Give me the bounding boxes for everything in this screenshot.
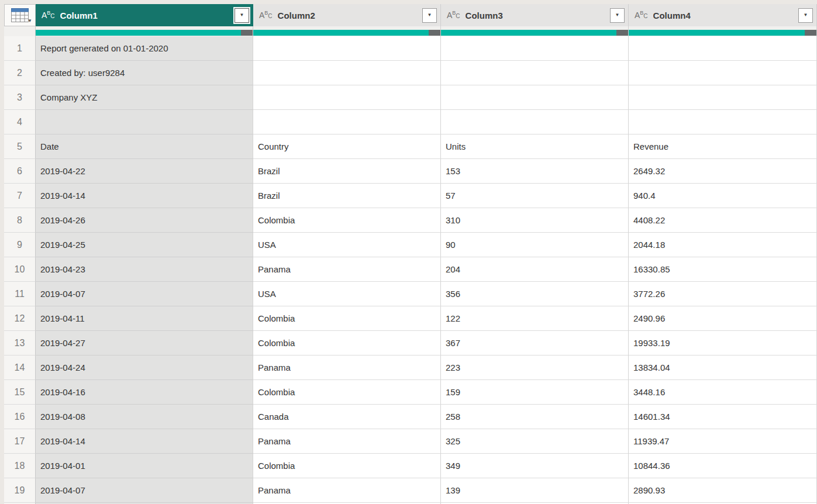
cell-column4[interactable]: 19933.19 [629, 331, 817, 355]
cell-column1[interactable]: 2019-04-26 [36, 208, 253, 233]
cell-column2[interactable]: Panama [253, 257, 441, 282]
cell-column3[interactable]: 57 [441, 184, 629, 208]
cell-column4[interactable]: 940.4 [629, 184, 817, 208]
cell-column4[interactable]: 3448.16 [629, 380, 817, 405]
cell-column2[interactable]: Brazil [253, 159, 441, 184]
cell-column1[interactable]: 2019-04-23 [36, 257, 253, 282]
cell-column1[interactable]: Date [36, 134, 253, 159]
cell-column1[interactable]: 2019-04-14 [36, 184, 253, 208]
column-header-column3[interactable]: ABC Column3 ▼ [441, 4, 629, 26]
cell-column1[interactable]: 2019-04-11 [36, 306, 253, 331]
cell-column3[interactable] [441, 36, 629, 61]
cell-column3[interactable]: 223 [441, 355, 629, 380]
row-number: 5 [4, 134, 36, 159]
cell-column3[interactable]: 310 [441, 208, 629, 233]
cell-column2[interactable]: Panama [253, 355, 441, 380]
cell-column4[interactable] [629, 85, 817, 110]
column-header-column1[interactable]: ABC Column1 ▼ [36, 4, 253, 26]
cell-column3[interactable] [441, 85, 629, 110]
cell-column1[interactable]: 2019-04-01 [36, 454, 253, 478]
row-number: 14 [4, 355, 36, 380]
row-number: 3 [4, 85, 36, 110]
cell-column1[interactable]: Report generated on 01-01-2020 [36, 36, 253, 61]
row-number: 18 [4, 454, 36, 478]
cell-column4[interactable]: Revenue [629, 134, 817, 159]
cell-column1[interactable]: 2019-04-07 [36, 282, 253, 306]
cell-column2[interactable]: Colombia [253, 208, 441, 233]
cell-column4[interactable] [629, 110, 817, 134]
header-row: ▼ ABC Column1 ▼ ABC Column2 ▼ ABC Column… [4, 4, 817, 26]
text-type-icon: ABC [259, 11, 273, 19]
cell-column2[interactable]: Brazil [253, 184, 441, 208]
filter-dropdown-icon: ▼ [428, 13, 432, 18]
cell-column3[interactable]: 325 [441, 429, 629, 454]
cell-column4[interactable]: 2649.32 [629, 159, 817, 184]
cell-column2[interactable]: Colombia [253, 306, 441, 331]
cell-column1[interactable]: 2019-04-27 [36, 331, 253, 355]
cell-column4[interactable]: 2044.18 [629, 233, 817, 257]
cell-column1[interactable]: 2019-04-24 [36, 355, 253, 380]
quality-valid-segment [253, 30, 440, 36]
cell-column2[interactable]: Panama [253, 429, 441, 454]
cell-column2[interactable]: Colombia [253, 380, 441, 405]
cell-column4[interactable]: 16330.85 [629, 257, 817, 282]
cell-column3[interactable]: Units [441, 134, 629, 159]
cell-column4[interactable]: 10844.36 [629, 454, 817, 478]
row-number: 15 [4, 380, 36, 405]
select-all-button[interactable]: ▼ [4, 4, 36, 26]
cell-column3[interactable]: 139 [441, 478, 629, 503]
cell-column2[interactable] [253, 61, 441, 85]
cell-column1[interactable]: 2019-04-16 [36, 380, 253, 405]
cell-column3[interactable]: 349 [441, 454, 629, 478]
cell-column4[interactable]: 4408.22 [629, 208, 817, 233]
cell-column4[interactable]: 2890.93 [629, 478, 817, 503]
quality-valid-segment [441, 30, 628, 36]
cell-column4[interactable]: 3772.26 [629, 282, 817, 306]
cell-column2[interactable] [253, 36, 441, 61]
cell-column1[interactable]: 2019-04-25 [36, 233, 253, 257]
quality-row [4, 26, 817, 36]
cell-column2[interactable]: USA [253, 282, 441, 306]
cell-column3[interactable]: 153 [441, 159, 629, 184]
cell-column4[interactable]: 2490.96 [629, 306, 817, 331]
cell-column2[interactable] [253, 85, 441, 110]
filter-button[interactable]: ▼ [798, 8, 813, 23]
cell-column3[interactable] [441, 61, 629, 85]
text-type-icon: ABC [447, 11, 460, 19]
cell-column3[interactable] [441, 110, 629, 134]
cell-column2[interactable] [253, 110, 441, 134]
column-header-column2[interactable]: ABC Column2 ▼ [253, 4, 441, 26]
cell-column3[interactable]: 122 [441, 306, 629, 331]
cell-column4[interactable]: 14601.34 [629, 405, 817, 429]
cell-column4[interactable] [629, 61, 817, 85]
cell-column1[interactable]: Company XYZ [36, 85, 253, 110]
cell-column1[interactable]: 2019-04-08 [36, 405, 253, 429]
cell-column4[interactable]: 13834.04 [629, 355, 817, 380]
filter-button[interactable]: ▼ [422, 8, 437, 23]
cell-column2[interactable]: Panama [253, 478, 441, 503]
cell-column4[interactable]: 11939.47 [629, 429, 817, 454]
cell-column2[interactable]: USA [253, 233, 441, 257]
table-row: 18 2019-04-01 Colombia 349 10844.36 [4, 454, 817, 478]
cell-column3[interactable]: 258 [441, 405, 629, 429]
cell-column3[interactable]: 159 [441, 380, 629, 405]
cell-column1[interactable]: 2019-04-22 [36, 159, 253, 184]
table-row: 8 2019-04-26 Colombia 310 4408.22 [4, 208, 817, 233]
cell-column3[interactable]: 90 [441, 233, 629, 257]
cell-column3[interactable]: 204 [441, 257, 629, 282]
cell-column1[interactable]: 2019-04-07 [36, 478, 253, 503]
cell-column3[interactable]: 356 [441, 282, 629, 306]
filter-button[interactable]: ▼ [235, 8, 249, 23]
cell-column1[interactable]: 2019-04-14 [36, 429, 253, 454]
cell-column2[interactable]: Country [253, 134, 441, 159]
cell-column1[interactable]: Created by: user9284 [36, 61, 253, 85]
cell-column3[interactable]: 367 [441, 331, 629, 355]
filter-button[interactable]: ▼ [610, 8, 625, 23]
cell-column2[interactable]: Colombia [253, 331, 441, 355]
cell-column1[interactable] [36, 110, 253, 134]
table-row: 14 2019-04-24 Panama 223 13834.04 [4, 355, 817, 380]
cell-column2[interactable]: Canada [253, 405, 441, 429]
cell-column2[interactable]: Colombia [253, 454, 441, 478]
cell-column4[interactable] [629, 36, 817, 61]
column-header-column4[interactable]: ABC Column4 ▼ [629, 4, 817, 26]
